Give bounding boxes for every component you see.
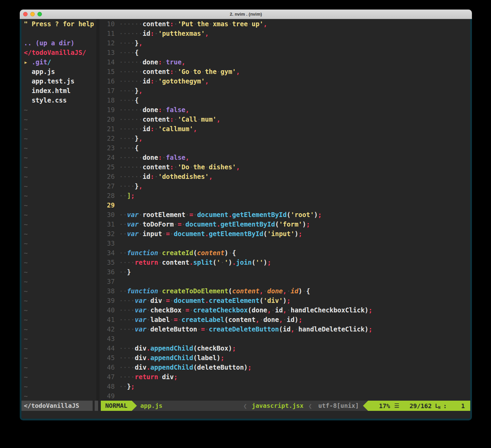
separator-chevron-icon: ❮ bbox=[243, 401, 247, 411]
code-line[interactable]: 40····var·checkBox·=·createCheckbox(done… bbox=[99, 305, 470, 315]
code-line[interactable]: 24······done:·false, bbox=[99, 153, 470, 162]
tree-item[interactable]: </todoVanillaJS/ bbox=[21, 48, 96, 57]
code-line[interactable]: 14······done:·true, bbox=[99, 57, 470, 67]
tree-item[interactable]: index.html bbox=[21, 86, 96, 95]
terminal-window: 2. nvim . (nvim) " Press ? for help.. (u… bbox=[20, 10, 472, 420]
statusline-gap bbox=[98, 401, 101, 411]
code-line[interactable]: 11······id:·'putthexmas', bbox=[99, 29, 470, 38]
code-line[interactable]: 19······done:·false, bbox=[99, 105, 470, 114]
code-line[interactable]: 25······content:·'Do·the·dishes', bbox=[99, 162, 470, 172]
line-number: 27 bbox=[99, 181, 115, 191]
empty-line-marker: ~ bbox=[21, 238, 96, 248]
code-line[interactable]: 39····var·div·=·document.createElement('… bbox=[99, 296, 470, 305]
separator-arrow-icon bbox=[132, 401, 137, 411]
tree-item[interactable]: ▸ .git/ bbox=[21, 57, 96, 67]
window-titlebar[interactable]: 2. nvim . (nvim) bbox=[20, 10, 472, 19]
line-number: 29 bbox=[99, 200, 115, 210]
code-line[interactable]: 30··var·rootElement·=·document.getElemen… bbox=[99, 210, 470, 219]
code-line[interactable]: 34··function·createId(content)·{ bbox=[99, 248, 470, 258]
separator-arrow-icon bbox=[363, 401, 368, 411]
tree-item[interactable]: app.test.js bbox=[21, 76, 96, 86]
code-line[interactable]: 29 bbox=[99, 200, 470, 210]
line-number: 22 bbox=[99, 134, 115, 143]
window-title: 2. nvim . (nvim) bbox=[20, 10, 472, 19]
empty-line-marker: ~ bbox=[21, 391, 96, 401]
cursor-column: 1 bbox=[461, 402, 465, 410]
code-line[interactable]: 20······content:·'Call·mum', bbox=[99, 114, 470, 124]
nvim-main-area: " Press ? for help.. (up a dir)</todoVan… bbox=[21, 19, 470, 401]
code-line[interactable]: 45····div.appendChild(label); bbox=[99, 353, 470, 362]
line-number: 11 bbox=[99, 29, 115, 38]
tree-item[interactable]: " Press ? for help bbox=[21, 19, 96, 29]
code-line[interactable]: 47····return·div; bbox=[99, 372, 470, 382]
code-line[interactable]: 12····}, bbox=[99, 38, 470, 48]
code-line[interactable]: 18····{ bbox=[99, 95, 470, 105]
code-line[interactable]: 23····{ bbox=[99, 143, 470, 153]
empty-line-marker: ~ bbox=[21, 372, 96, 382]
terminal-content: " Press ? for help.. (up a dir)</todoVan… bbox=[20, 19, 472, 420]
cursor-line-of-total: 29/162 bbox=[410, 402, 432, 410]
code-line[interactable]: 43 bbox=[99, 334, 470, 343]
tree-item[interactable] bbox=[21, 29, 96, 38]
line-number: 38 bbox=[99, 286, 115, 296]
code-line[interactable]: 13····{ bbox=[99, 48, 470, 57]
code-line[interactable]: 41····var·label·=·createLabel(content,·d… bbox=[99, 315, 470, 324]
code-line[interactable]: 26······id:·'dothedishes', bbox=[99, 172, 470, 181]
code-line[interactable]: 48··}; bbox=[99, 382, 470, 391]
empty-line-marker: ~ bbox=[21, 286, 96, 296]
line-number: 21 bbox=[99, 124, 115, 134]
code-line[interactable]: 46····div.appendChild(deleteButton); bbox=[99, 362, 470, 372]
code-line[interactable]: 36··} bbox=[99, 267, 470, 277]
line-number: 43 bbox=[99, 334, 115, 343]
code-line[interactable]: 10······content:·'Put·the·xmas·tree·up', bbox=[99, 19, 470, 29]
code-line[interactable]: 28··]; bbox=[99, 191, 470, 200]
code-line[interactable]: 16······id:·'gotothegym', bbox=[99, 76, 470, 86]
code-line[interactable]: 44····div.appendChild(checkBox); bbox=[99, 343, 470, 353]
code-line[interactable]: 21······id:·'callmum', bbox=[99, 124, 470, 134]
line-number: 32 bbox=[99, 229, 115, 238]
line-number: 30 bbox=[99, 210, 115, 219]
empty-line-marker: ~ bbox=[21, 153, 96, 162]
window-split-separator[interactable] bbox=[96, 19, 99, 401]
code-line[interactable]: 42····var·deleteButton·=·createDeleteBut… bbox=[99, 324, 470, 334]
code-line[interactable]: 35····return·content.split('·').join('')… bbox=[99, 258, 470, 267]
empty-line-marker: ~ bbox=[21, 258, 96, 267]
empty-line-marker: ~ bbox=[21, 191, 96, 200]
command-line[interactable] bbox=[21, 411, 470, 419]
empty-line-marker: ~ bbox=[21, 267, 96, 277]
tree-item[interactable]: style.css bbox=[21, 95, 96, 105]
code-line[interactable]: 33 bbox=[99, 238, 470, 248]
line-number: 14 bbox=[99, 57, 115, 67]
line-number: 15 bbox=[99, 67, 115, 76]
line-number: 49 bbox=[99, 391, 115, 401]
line-number: 13 bbox=[99, 48, 115, 57]
line-number: 26 bbox=[99, 172, 115, 181]
code-line[interactable]: 15······content:·'Go·to·the·gym', bbox=[99, 67, 470, 76]
code-line[interactable]: 32··var·input·=·document.getElementById(… bbox=[99, 229, 470, 238]
line-number: 40 bbox=[99, 305, 115, 315]
code-line[interactable]: 38··function·createToDoElement(content,·… bbox=[99, 286, 470, 296]
line-number: 23 bbox=[99, 143, 115, 153]
code-line[interactable]: 37 bbox=[99, 277, 470, 286]
statusline-encoding: utf-8[unix] bbox=[314, 401, 363, 411]
code-line[interactable]: 31··var·toDoForm·=·document.getElementBy… bbox=[99, 219, 470, 229]
line-number: 16 bbox=[99, 76, 115, 86]
tree-item[interactable]: .. (up a dir) bbox=[21, 38, 96, 48]
line-number: 33 bbox=[99, 238, 115, 248]
tree-item[interactable]: app.js bbox=[21, 67, 96, 76]
empty-line-marker: ~ bbox=[21, 219, 96, 229]
empty-line-marker: ~ bbox=[21, 210, 96, 219]
code-line[interactable]: 22····}, bbox=[99, 134, 470, 143]
mode-indicator: NORMAL bbox=[101, 401, 132, 411]
editor-buffer[interactable]: 10······content:·'Put·the·xmas·tree·up',… bbox=[99, 19, 470, 401]
statusline-position: 17% ☰ 29/162 LN : 1 bbox=[368, 401, 470, 411]
code-line[interactable]: 27····}, bbox=[99, 181, 470, 191]
code-line[interactable]: 49 bbox=[99, 391, 470, 401]
statusline-separator-block bbox=[95, 401, 98, 411]
statusline: </todoVanillaJS NORMAL app.js ❮ javascri… bbox=[21, 401, 470, 411]
code-line[interactable]: 17····}, bbox=[99, 86, 470, 95]
file-tree[interactable]: " Press ? for help.. (up a dir)</todoVan… bbox=[21, 19, 96, 401]
empty-line-marker: ~ bbox=[21, 353, 96, 362]
line-number: 34 bbox=[99, 248, 115, 258]
empty-line-marker: ~ bbox=[21, 277, 96, 286]
